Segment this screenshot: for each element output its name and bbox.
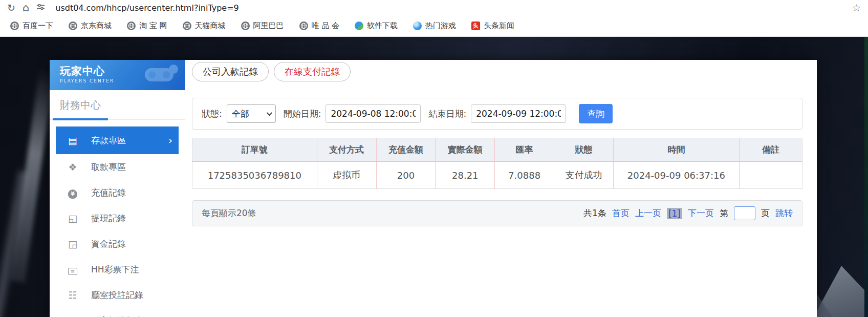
chevron-down-icon xyxy=(266,110,272,116)
finance-center-section-title: 財務中心 xyxy=(50,90,185,120)
first-page-link[interactable]: 首页 xyxy=(612,207,630,219)
status-label: 狀態: xyxy=(202,108,222,120)
total-count-text: 共1条 xyxy=(583,207,606,219)
next-page-link[interactable]: 下一页 xyxy=(688,207,714,219)
bookmark-label: 头条新闻 xyxy=(484,21,514,31)
chevron-right-icon: › xyxy=(168,134,172,146)
bookmark-jd[interactable]: 京东商城 xyxy=(69,21,112,31)
per-page-text: 每頁顯示20條 xyxy=(202,207,256,219)
header-time: 時間 xyxy=(613,138,739,162)
bookmark-star-icon[interactable]: ☆ xyxy=(852,2,861,13)
user-center-panel: 玩家中心 PLAYERS CENTER 財務中心 ▤ 存款專區 › ❖ 取款專區… xyxy=(50,60,817,317)
globe-icon xyxy=(299,22,308,30)
end-date-input[interactable] xyxy=(471,104,566,123)
header-status: 狀態 xyxy=(554,138,614,162)
header-actual-amount: 實際金額 xyxy=(436,138,495,162)
bookmark-software-download[interactable]: 软件下载 xyxy=(355,21,398,31)
cell-actual-amount: 28.21 xyxy=(436,162,495,189)
browser-toolbar: ↻ ⌂ usdt04.com/hhcp/usercenter.html?iniT… xyxy=(0,0,868,15)
sidebar-menu: ▤ 存款專區 › ❖ 取款專區 ¥ 充值記錄 ◱ 提現記錄 ◲ 資金記錄 ≡ xyxy=(50,120,185,317)
withdraw-hand-icon: ❖ xyxy=(66,161,80,173)
sidebar: 玩家中心 PLAYERS CENTER 財務中心 ▤ 存款專區 › ❖ 取款專區… xyxy=(50,60,185,317)
cell-order-no: 1725835036789810 xyxy=(192,162,317,189)
cell-status: 支付成功 xyxy=(554,162,614,189)
banknotes-icon: ◲ xyxy=(66,238,80,249)
cell-recharge-amount: 200 xyxy=(376,162,436,189)
bookmark-baidu[interactable]: 百度一下 xyxy=(10,21,53,31)
toutiao-news-icon: 头 xyxy=(471,22,480,30)
site-info-icon[interactable] xyxy=(36,3,45,13)
sidebar-item-funds-records[interactable]: ◲ 資金記錄 xyxy=(50,231,185,257)
pagination-controls: 共1条 首页 上一页 [1] 下一页 第 页 跳转 xyxy=(583,206,793,220)
sidebar-item-label: 提現記錄 xyxy=(91,213,126,224)
start-date-label: 開始日期: xyxy=(284,108,321,120)
cell-exchange-rate: 7.0888 xyxy=(495,162,554,189)
table-header-row: 訂單號 支付方式 充值金額 實際金額 匯率 狀態 時間 備註 xyxy=(192,138,802,162)
players-center-header: 玩家中心 PLAYERS CENTER xyxy=(50,60,185,90)
sidebar-item-recharge-records[interactable]: ¥ 充值記錄 xyxy=(50,180,185,205)
start-date-input[interactable] xyxy=(326,104,421,123)
header-remark: 備註 xyxy=(739,138,802,162)
bookmark-label: 热门游戏 xyxy=(425,21,456,31)
main-content: 公司入款記錄 在線支付記錄 狀態: 全部 開始日期: 結束日期: 查詢 訂單號 xyxy=(185,60,817,317)
globe-icon xyxy=(183,22,191,30)
money-bag-icon: ¥ xyxy=(66,186,80,199)
jump-link[interactable]: 跳转 xyxy=(775,207,793,219)
payment-records-table: 訂單號 支付方式 充值金額 實際金額 匯率 狀態 時間 備註 172583503… xyxy=(192,138,802,189)
bookmark-label: 唯 品 会 xyxy=(312,21,340,31)
globe-icon xyxy=(127,22,136,30)
sidebar-item-label: 存款專區 xyxy=(91,135,126,146)
bookmark-label: 京东商城 xyxy=(81,21,112,31)
globe-icon xyxy=(241,22,250,30)
bookmarks-bar: 百度一下 京东商城 淘 宝 网 天猫商城 阿里巴巴 唯 品 会 软件下载 热门游… xyxy=(0,15,868,37)
sidebar-item-withdraw-zone[interactable]: ❖ 取款專區 xyxy=(50,154,185,180)
gamepad-icon xyxy=(140,62,181,90)
sidebar-item-hh-lottery-bets[interactable]: ≡ HH彩票下注 xyxy=(50,257,185,282)
jump-label-pre: 第 xyxy=(720,207,728,219)
address-bar[interactable]: usdt04.com/hhcp/usercenter.html?iniType=… xyxy=(55,3,845,13)
prev-page-link[interactable]: 上一页 xyxy=(635,207,661,219)
sidebar-item-label: 充值記錄 xyxy=(91,187,126,199)
sidebar-item-label: 廳室投註記錄 xyxy=(91,289,143,301)
sidebar-item-deposit-zone[interactable]: ▤ 存款專區 › xyxy=(56,126,179,154)
header-order-no: 訂單號 xyxy=(192,138,317,162)
background-edge xyxy=(864,37,868,317)
bookmark-label: 百度一下 xyxy=(23,21,53,31)
search-button[interactable]: 查詢 xyxy=(579,104,613,123)
pagination-bar: 每頁顯示20條 共1条 首页 上一页 [1] 下一页 第 页 跳转 xyxy=(192,200,802,226)
cell-payment-method: 虚拟币 xyxy=(317,162,376,189)
deposit-card-icon: ▤ xyxy=(66,135,80,146)
tab-company-deposit-records[interactable]: 公司入款記錄 xyxy=(192,62,269,81)
bookmark-hot-games[interactable]: 热门游戏 xyxy=(413,21,456,31)
header-payment-method: 支付方式 xyxy=(317,138,376,162)
table-row: 1725835036789810 虚拟币 200 28.21 7.0888 支付… xyxy=(192,162,802,189)
jump-label-post: 页 xyxy=(761,207,770,219)
hot-games-icon xyxy=(413,22,422,30)
end-date-label: 結束日期: xyxy=(428,108,466,120)
bookmark-vip[interactable]: 唯 品 会 xyxy=(299,21,340,31)
cell-time: 2024-09-09 06:37:16 xyxy=(613,162,739,189)
bookmark-label: 阿里巴巴 xyxy=(253,21,284,31)
bookmark-label: 淘 宝 网 xyxy=(139,21,167,31)
bookmark-toutiao-news[interactable]: 头 头条新闻 xyxy=(471,21,514,31)
bookmark-label: 软件下载 xyxy=(367,21,398,31)
sidebar-item-withdrawal-records[interactable]: ◱ 提現記錄 xyxy=(50,205,185,231)
tab-online-payment-records[interactable]: 在線支付記錄 xyxy=(274,62,351,81)
status-select-value: 全部 xyxy=(232,108,249,120)
report-icon: ⊞ xyxy=(66,315,80,317)
home-icon[interactable]: ⌂ xyxy=(23,3,29,13)
reload-icon[interactable]: ↻ xyxy=(7,3,15,13)
cell-remark xyxy=(739,162,802,189)
software-download-icon xyxy=(355,22,363,30)
status-select[interactable]: 全部 xyxy=(227,104,276,123)
globe-icon xyxy=(10,22,19,30)
bookmark-alibaba[interactable]: 阿里巴巴 xyxy=(241,21,284,31)
bookmark-tmall[interactable]: 天猫商城 xyxy=(183,21,226,31)
bookmark-taobao[interactable]: 淘 宝 网 xyxy=(127,21,167,31)
sidebar-item-player-bet-report[interactable]: ⊞ 玩家投注報表 xyxy=(50,308,185,317)
page-jump-input[interactable] xyxy=(734,206,755,220)
filter-bar: 狀態: 全部 開始日期: 結束日期: 查詢 xyxy=(192,98,802,130)
list-items-icon: ☷ xyxy=(66,289,80,301)
sidebar-item-hall-bet-records[interactable]: ☷ 廳室投註記錄 xyxy=(50,282,185,308)
header-exchange-rate: 匯率 xyxy=(495,138,554,162)
